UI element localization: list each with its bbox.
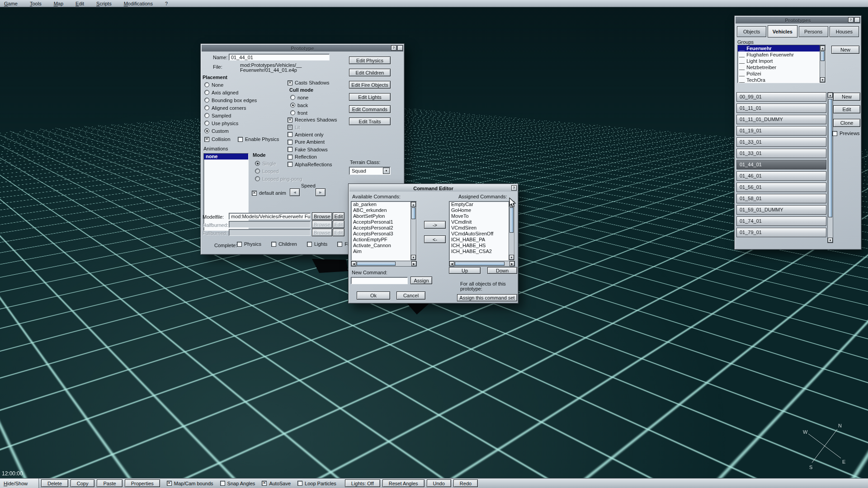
render-flag-checkbox[interactable]: Receives Shadows bbox=[288, 116, 337, 123]
prototype-item[interactable]: 01_33_01 bbox=[736, 137, 826, 147]
hide-show-button[interactable]: Hide/Show bbox=[0, 479, 39, 488]
placement-radio[interactable]: Custom bbox=[204, 127, 257, 135]
prototype-dialog-titlebar[interactable]: Prototype ? bbox=[202, 45, 403, 52]
available-command-item[interactable]: Activate_Cannon bbox=[351, 243, 410, 249]
assigned-command-item[interactable]: MoveTo bbox=[449, 213, 509, 219]
placement-radio[interactable]: Bounding box edges bbox=[204, 96, 257, 104]
move-up-button[interactable]: Up bbox=[449, 267, 481, 274]
assigned-command-item[interactable]: EmptyCar bbox=[449, 202, 509, 207]
assigned-command-item[interactable]: ICH_HABE_PA bbox=[449, 237, 509, 243]
move-left-button[interactable]: <- bbox=[424, 235, 446, 243]
scroll-up-icon[interactable]: ▲ bbox=[820, 46, 825, 51]
placement-radio[interactable]: Axis aligned bbox=[204, 89, 257, 96]
prototype-item[interactable]: 01_58_01 bbox=[736, 194, 826, 203]
prototype-item[interactable]: 01_33_01 bbox=[736, 149, 826, 158]
group-item[interactable]: __ Netzbetreiber bbox=[738, 64, 820, 70]
assigned-commands-list[interactable]: EmptyCar GoHome MoveTo VCmdInit VCmdSire… bbox=[449, 201, 515, 261]
edit-section-button[interactable]: Edit Physics bbox=[349, 56, 391, 64]
available-command-item[interactable]: AcceptsPersonal3 bbox=[351, 231, 410, 237]
placement-radio[interactable]: Use physics bbox=[204, 119, 257, 127]
ok-button[interactable]: Ok bbox=[357, 291, 390, 300]
scrollbar-thumb[interactable] bbox=[455, 262, 505, 266]
toolbar-button[interactable]: Properties bbox=[125, 479, 160, 487]
groups-list[interactable]: __ Feuerwehr __ Flughafen Feuerwehr __ L… bbox=[737, 45, 826, 83]
group-item[interactable]: __ Polizei bbox=[738, 70, 820, 77]
category-tab[interactable]: Objects bbox=[737, 26, 766, 37]
render-flag-checkbox[interactable]: AlphaReflections bbox=[288, 160, 337, 168]
speed-increase-button[interactable]: ▶ bbox=[316, 188, 326, 196]
available-command-item[interactable]: ab_parken bbox=[351, 202, 410, 207]
move-right-button[interactable]: -> bbox=[424, 221, 446, 229]
scroll-right-icon[interactable]: ▶ bbox=[509, 261, 514, 266]
menu-item[interactable]: Map bbox=[54, 1, 63, 6]
toolbar-checkbox[interactable]: Map/Cam bounds bbox=[167, 481, 213, 486]
prototype-item[interactable]: 01_11_01_DUMMY bbox=[736, 115, 826, 124]
render-flag-checkbox[interactable]: Lit bbox=[288, 123, 337, 131]
available-command-item[interactable]: AbortSetPylon bbox=[351, 213, 410, 219]
assign-button[interactable]: Assign bbox=[410, 277, 432, 284]
edit-section-button[interactable]: Edit Traits bbox=[349, 117, 391, 125]
scroll-left-icon[interactable]: ◀ bbox=[449, 261, 454, 266]
scrollbar-thumb[interactable] bbox=[509, 207, 514, 233]
edit-section-button[interactable]: Edit Fire Objects bbox=[349, 81, 391, 89]
assigned-hscrollbar[interactable]: ◀ ▶ bbox=[449, 261, 515, 267]
placement-radio[interactable]: Aligned corners bbox=[204, 104, 257, 112]
close-icon[interactable] bbox=[397, 45, 403, 51]
items-scrollbar[interactable]: ▲ ▼ bbox=[827, 92, 833, 243]
help-icon[interactable]: ? bbox=[511, 185, 517, 191]
category-tab[interactable]: Vehicles bbox=[768, 25, 797, 38]
close-icon[interactable] bbox=[854, 17, 860, 23]
assigned-command-item[interactable]: ICH_HABE_HS bbox=[449, 243, 509, 249]
menu-item[interactable]: Scripts bbox=[96, 1, 112, 6]
collision-checkbox[interactable]: Collision bbox=[204, 136, 231, 142]
edit-section-button[interactable]: Edit Lights bbox=[349, 93, 391, 101]
category-tab[interactable]: Persons bbox=[799, 26, 828, 37]
previews-checkbox[interactable]: Previews bbox=[832, 131, 860, 136]
prototypes-panel-titlebar[interactable]: Prototypes ? bbox=[736, 17, 860, 23]
prototype-item[interactable]: 01_11_01 bbox=[736, 103, 826, 113]
scroll-down-icon[interactable]: ▼ bbox=[820, 77, 825, 82]
scrollbar-thumb[interactable] bbox=[828, 99, 832, 217]
scroll-down-icon[interactable]: ▼ bbox=[411, 255, 416, 260]
assigned-command-item[interactable]: VCmdAutoSirenOff bbox=[449, 231, 509, 237]
render-flag-checkbox[interactable]: Fake Shadows bbox=[288, 146, 337, 153]
available-command-item[interactable]: AcceptsPersonal2 bbox=[351, 225, 410, 231]
help-icon[interactable]: ? bbox=[848, 17, 854, 23]
group-item[interactable]: __ Light Import bbox=[738, 58, 820, 64]
prototype-item[interactable]: 01_74_01 bbox=[736, 216, 826, 226]
assigned-command-item[interactable]: GoHome bbox=[449, 207, 509, 213]
assign-command-set-button[interactable]: Assign this command set bbox=[457, 294, 517, 301]
menu-item[interactable]: Game bbox=[4, 1, 18, 6]
available-scrollbar[interactable]: ▲ ▼ bbox=[410, 202, 416, 260]
assigned-command-item[interactable]: VCmdSiren bbox=[449, 225, 509, 231]
toolbar-button[interactable]: Redo bbox=[453, 479, 478, 487]
scroll-up-icon[interactable]: ▲ bbox=[828, 93, 833, 98]
render-flag-checkbox[interactable]: Ambient only bbox=[288, 131, 337, 138]
modelfile-input[interactable]: mod:Models/Vehicles/Feuerwehr Fuc bbox=[229, 213, 311, 220]
scroll-right-icon[interactable]: ▶ bbox=[411, 261, 416, 266]
chevron-down-icon[interactable]: ▼ bbox=[383, 168, 390, 174]
scrollbar-thumb[interactable] bbox=[357, 262, 396, 266]
modelfile-edit-button[interactable]: Edit bbox=[333, 212, 344, 220]
group-item[interactable]: __ TechOra bbox=[738, 77, 820, 83]
complete-checkbox[interactable]: Children bbox=[271, 241, 297, 247]
scroll-up-icon[interactable]: ▲ bbox=[411, 202, 416, 207]
available-hscrollbar[interactable]: ◀ ▶ bbox=[351, 261, 417, 267]
casts-shadows-checkbox[interactable]: Casts Shadows bbox=[288, 80, 329, 85]
toolbar-button[interactable]: Reset Angles bbox=[382, 479, 425, 487]
groups-scrollbar[interactable]: ▲ ▼ bbox=[820, 45, 826, 83]
toolbar-button[interactable]: Delete bbox=[41, 479, 68, 487]
item-new-button[interactable]: New bbox=[833, 93, 860, 101]
help-icon[interactable]: ? bbox=[391, 45, 396, 51]
menu-item[interactable]: Tools bbox=[30, 1, 42, 6]
assigned-scrollbar[interactable]: ▲ ▼ bbox=[509, 202, 514, 260]
prototype-item[interactable]: 01_19_01 bbox=[736, 126, 826, 136]
terrain-class-dropdown[interactable]: Squad ▼ bbox=[349, 167, 391, 175]
toolbar-checkbox[interactable]: Loop Particles bbox=[297, 481, 336, 486]
prototype-item[interactable]: 00_99_01 bbox=[736, 92, 826, 102]
available-commands-list[interactable]: ab_parken ABC_erkunden AbortSetPylon Acc… bbox=[351, 201, 417, 261]
prototype-item[interactable]: 01_56_01 bbox=[736, 183, 826, 192]
command-editor-titlebar[interactable]: Command Editor ? bbox=[349, 185, 517, 192]
item-clone-button[interactable]: Clone bbox=[833, 119, 860, 127]
group-item[interactable]: __ Flughafen Feuerwehr bbox=[738, 52, 820, 58]
